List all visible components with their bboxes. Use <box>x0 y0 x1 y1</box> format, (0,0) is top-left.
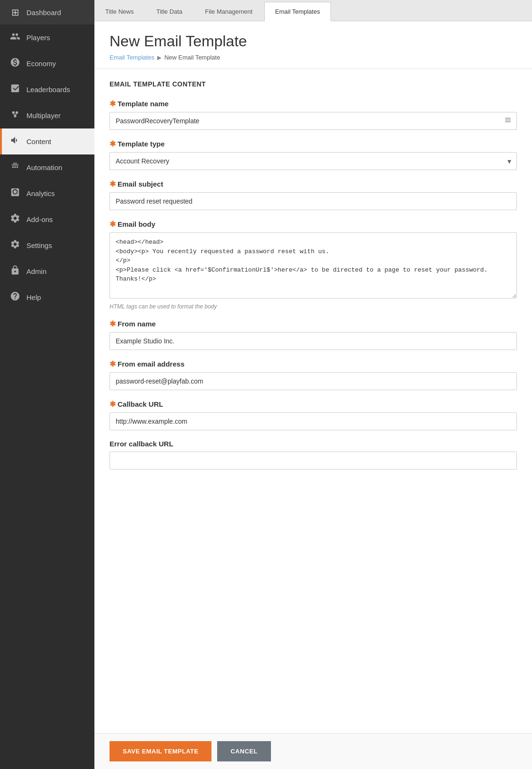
breadcrumb-current: New Email Template <box>164 54 220 61</box>
page-title: New Email Template <box>110 33 517 50</box>
callback-url-label: ✱ Callback URL <box>110 400 517 409</box>
error-callback-url-group: Error callback URL <box>110 440 517 470</box>
error-callback-url-label: Error callback URL <box>110 440 517 448</box>
required-star: ✱ <box>110 99 116 108</box>
sidebar-item-label: Leaderboards <box>26 85 70 94</box>
svg-point-6 <box>14 166 16 168</box>
tab-email-templates[interactable]: Email Templates <box>264 2 331 21</box>
template-type-label: ✱ Template type <box>110 139 517 148</box>
sidebar-item-automation[interactable]: Automation <box>0 154 94 180</box>
template-type-group: ✱ Template type Account Recovery Email C… <box>110 139 517 170</box>
from-name-label: ✱ From name <box>110 319 517 328</box>
tab-title-news[interactable]: Title News <box>94 2 144 21</box>
sidebar-item-label: Analytics <box>26 189 55 197</box>
template-name-label: ✱ Template name <box>110 99 517 108</box>
sidebar-item-label: Players <box>26 34 50 42</box>
sidebar-item-admin[interactable]: Admin <box>0 258 94 284</box>
from-email-input[interactable] <box>110 372 517 390</box>
sidebar-item-help[interactable]: Help <box>0 284 94 310</box>
svg-point-0 <box>12 111 15 114</box>
sidebar-item-label: Content <box>26 137 51 145</box>
required-star-7: ✱ <box>110 400 116 409</box>
email-body-group: ✱ Email body HTML tags can be used to fo… <box>110 220 517 310</box>
help-icon <box>9 291 21 304</box>
sidebar-item-economy[interactable]: Economy <box>0 51 94 77</box>
template-name-icon <box>504 116 512 126</box>
from-name-group: ✱ From name <box>110 319 517 350</box>
players-icon <box>9 31 21 44</box>
form-content: EMAIL TEMPLATE CONTENT ✱ Template name ✱… <box>94 69 532 733</box>
svg-point-1 <box>16 111 18 114</box>
template-name-group: ✱ Template name <box>110 99 517 130</box>
footer-buttons: SAVE EMAIL TEMPLATE CANCEL <box>94 733 532 769</box>
callback-url-group: ✱ Callback URL <box>110 400 517 430</box>
from-name-input[interactable] <box>110 332 517 350</box>
breadcrumb: Email Templates ▶ New Email Template <box>110 54 517 61</box>
svg-line-4 <box>15 114 17 115</box>
svg-line-3 <box>13 114 15 115</box>
error-callback-url-input[interactable] <box>110 452 517 470</box>
sidebar-item-label: Automation <box>26 163 62 171</box>
template-name-input-wrapper <box>110 112 517 130</box>
svg-point-5 <box>12 166 14 168</box>
content-icon <box>9 135 21 148</box>
sidebar-item-label: Add-ons <box>26 215 53 223</box>
sidebar: ⊞ Dashboard Players Economy Leaderboards… <box>0 0 94 769</box>
sidebar-item-label: Economy <box>26 60 56 68</box>
svg-rect-8 <box>12 164 19 165</box>
sidebar-item-label: Settings <box>26 241 52 249</box>
required-star-6: ✱ <box>110 359 116 368</box>
email-body-textarea[interactable] <box>110 232 517 299</box>
breadcrumb-link[interactable]: Email Templates <box>110 54 154 61</box>
economy-icon <box>9 57 21 70</box>
automation-icon <box>9 161 21 174</box>
sidebar-item-settings[interactable]: Settings <box>0 232 94 258</box>
section-title: EMAIL TEMPLATE CONTENT <box>110 80 517 88</box>
save-button[interactable]: SAVE EMAIL TEMPLATE <box>110 741 211 761</box>
admin-icon <box>9 265 21 278</box>
sidebar-item-analytics[interactable]: Analytics <box>0 180 94 206</box>
sidebar-item-label: Help <box>26 293 41 301</box>
email-subject-group: ✱ Email subject <box>110 179 517 210</box>
addons-icon <box>9 213 21 226</box>
required-star-2: ✱ <box>110 139 116 148</box>
sidebar-item-label: Dashboard <box>26 9 61 17</box>
svg-point-7 <box>17 166 18 168</box>
page-header: New Email Template Email Templates ▶ New… <box>94 21 532 69</box>
settings-icon <box>9 239 21 252</box>
required-star-4: ✱ <box>110 220 116 229</box>
sidebar-item-label: Multiplayer <box>26 111 61 120</box>
sidebar-item-leaderboards[interactable]: Leaderboards <box>0 77 94 103</box>
required-star-3: ✱ <box>110 179 116 188</box>
template-name-input[interactable] <box>110 112 517 130</box>
tab-title-data[interactable]: Title Data <box>145 2 193 21</box>
sidebar-item-multiplayer[interactable]: Multiplayer <box>0 103 94 128</box>
required-star-5: ✱ <box>110 319 116 328</box>
tab-bar: Title News Title Data File Management Em… <box>94 0 532 21</box>
sidebar-item-players[interactable]: Players <box>0 25 94 51</box>
sidebar-item-label: Admin <box>26 267 47 275</box>
main-content: Title News Title Data File Management Em… <box>94 0 532 769</box>
analytics-icon <box>9 187 21 200</box>
callback-url-input[interactable] <box>110 412 517 430</box>
dashboard-icon: ⊞ <box>9 7 21 18</box>
sidebar-item-dashboard[interactable]: ⊞ Dashboard <box>0 0 94 25</box>
from-email-label: ✱ From email address <box>110 359 517 368</box>
breadcrumb-separator: ▶ <box>157 54 161 61</box>
template-type-select[interactable]: Account Recovery Email Confirmation Cust… <box>110 152 517 170</box>
email-subject-label: ✱ Email subject <box>110 179 517 188</box>
email-subject-input[interactable] <box>110 192 517 210</box>
sidebar-item-addons[interactable]: Add-ons <box>0 206 94 232</box>
multiplayer-icon <box>9 109 21 122</box>
tab-file-management[interactable]: File Management <box>194 2 263 21</box>
cancel-button[interactable]: CANCEL <box>217 741 270 761</box>
email-body-hint: HTML tags can be used to format the body <box>110 303 517 310</box>
leaderboards-icon <box>9 83 21 96</box>
svg-rect-9 <box>13 163 17 164</box>
email-body-label: ✱ Email body <box>110 220 517 229</box>
svg-point-2 <box>14 115 17 118</box>
template-type-select-wrapper: Account Recovery Email Confirmation Cust… <box>110 152 517 170</box>
from-email-group: ✱ From email address <box>110 359 517 390</box>
sidebar-item-content[interactable]: Content <box>0 128 94 154</box>
